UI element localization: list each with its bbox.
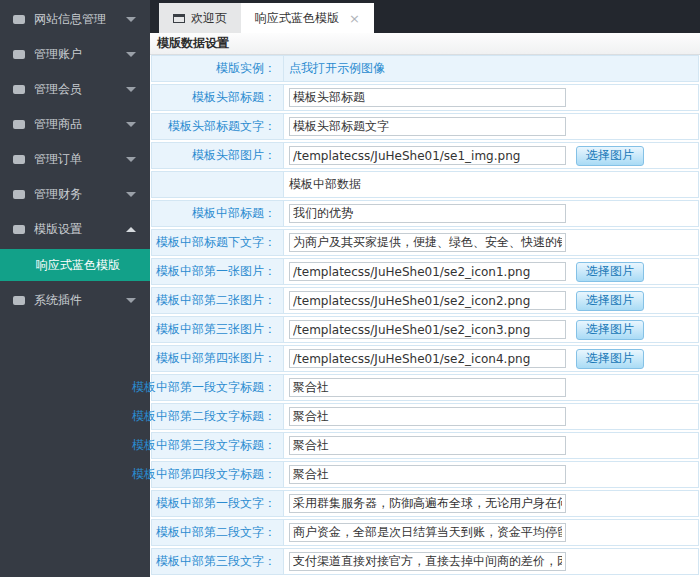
form-row: 模板中部第三段文字标题： [151, 432, 699, 459]
field-value-cell [284, 114, 698, 139]
field-input-5[interactable] [289, 204, 566, 223]
field-label: 模板中部第一段文字标题： [152, 375, 284, 400]
field-label: 模板中部标题： [152, 201, 284, 226]
field-input-3[interactable] [289, 146, 566, 165]
form-row: 模板中部第四张图片：选择图片 [151, 345, 699, 372]
comment-icon [13, 85, 25, 94]
form-row: 模板中部第一段文字： [151, 490, 699, 517]
comment-icon [13, 225, 25, 234]
form-row: 模板中部第三段文字： [151, 548, 699, 575]
form-row: 模板中部第二段文字标题： [151, 403, 699, 430]
field-input-6[interactable] [289, 233, 566, 252]
template-settings-form: 模版实例：点我打开示例图像模板头部标题：模板头部标题文字：模板头部图片：选择图片… [150, 55, 700, 577]
form-row: 模板中部第一段文字标题： [151, 374, 699, 401]
sidebar-item-label: 管理会员 [34, 81, 126, 98]
field-value-cell [284, 85, 698, 110]
close-icon[interactable]: × [349, 12, 360, 25]
field-value-cell [284, 462, 698, 487]
field-label: 模板中部第三段文字： [152, 549, 284, 574]
field-label: 模版实例： [152, 56, 284, 81]
field-label: 模板头部标题文字： [152, 114, 284, 139]
sidebar-item[interactable]: 管理会员 [0, 72, 150, 107]
field-value-cell [284, 375, 698, 400]
sidebar-item[interactable]: 网站信息管理 [0, 2, 150, 37]
sidebar-item[interactable]: 管理订单 [0, 142, 150, 177]
field-label: 模板头部标题： [152, 85, 284, 110]
comment-icon [13, 155, 25, 164]
open-example-image-link[interactable]: 点我打开示例图像 [289, 60, 385, 77]
sidebar-item[interactable]: 管理商品 [0, 107, 150, 142]
sidebar-item[interactable]: 管理账户 [0, 37, 150, 72]
sidebar-item-label: 管理商品 [34, 116, 126, 133]
field-input-17[interactable] [289, 552, 566, 571]
field-input-2[interactable] [289, 117, 566, 136]
field-input-8[interactable] [289, 291, 566, 310]
field-value-cell [284, 491, 698, 516]
tab-bar: 欢迎页 响应式蓝色模版 × [150, 0, 700, 33]
app-window: 网站信息管理管理账户管理会员管理商品管理订单管理财务模版设置响应式蓝色模版系统插… [0, 0, 700, 577]
field-label: 模板中部标题下文字： [152, 230, 284, 255]
field-input-14[interactable] [289, 465, 566, 484]
field-value-cell [284, 404, 698, 429]
sidebar-item[interactable]: 管理财务 [0, 177, 150, 212]
sidebar-item-label: 系统插件 [34, 292, 126, 309]
panel-title: 模版数据设置 [150, 33, 700, 55]
comment-icon [13, 15, 25, 24]
field-input-15[interactable] [289, 494, 566, 513]
choose-image-button[interactable]: 选择图片 [576, 146, 644, 166]
field-input-16[interactable] [289, 523, 566, 542]
sidebar-item[interactable]: 系统插件 [0, 283, 150, 318]
form-row: 模板中部第二张图片：选择图片 [151, 287, 699, 314]
choose-image-button[interactable]: 选择图片 [576, 291, 644, 311]
sidebar-item[interactable]: 模版设置 [0, 212, 150, 247]
field-label: 模板中部第二段文字： [152, 520, 284, 545]
chevron-down-icon [126, 17, 136, 22]
field-value-cell: 选择图片 [284, 259, 698, 284]
chevron-down-icon [126, 157, 136, 162]
sidebar-subitem-responsive-blue-template[interactable]: 响应式蓝色模版 [0, 249, 150, 281]
comment-icon [13, 190, 25, 199]
field-input-12[interactable] [289, 407, 566, 426]
field-value-cell: 模板中部数据 [284, 172, 698, 197]
choose-image-button[interactable]: 选择图片 [576, 349, 644, 369]
sidebar-item-label: 网站信息管理 [34, 11, 126, 28]
sidebar-item-label: 管理财务 [34, 186, 126, 203]
sidebar-nav: 网站信息管理管理账户管理会员管理商品管理订单管理财务模版设置响应式蓝色模版系统插… [0, 0, 150, 577]
field-label: 模板中部第二张图片： [152, 288, 284, 313]
form-row: 模版实例：点我打开示例图像 [151, 55, 699, 82]
field-label: 模板中部第三张图片： [152, 317, 284, 342]
form-row: 模板中部标题： [151, 200, 699, 227]
field-label: 模板中部第一段文字： [152, 491, 284, 516]
chevron-down-icon [126, 122, 136, 127]
field-input-10[interactable] [289, 349, 566, 368]
field-label: 模板中部第四段文字标题： [152, 462, 284, 487]
chevron-down-icon [126, 52, 136, 57]
comment-icon [13, 296, 25, 305]
field-value-cell [284, 549, 698, 574]
chevron-down-icon [126, 192, 136, 197]
field-input-1[interactable] [289, 88, 566, 107]
chevron-down-icon [126, 87, 136, 92]
field-value-cell [284, 230, 698, 255]
tab-responsive-blue-template[interactable]: 响应式蓝色模版 × [241, 3, 374, 33]
form-row: 模板中部标题下文字： [151, 229, 699, 256]
field-value-cell: 选择图片 [284, 346, 698, 371]
field-value-cell [284, 520, 698, 545]
choose-image-button[interactable]: 选择图片 [576, 262, 644, 282]
section-heading: 模板中部数据 [289, 176, 361, 193]
field-input-9[interactable] [289, 320, 566, 339]
field-input-13[interactable] [289, 436, 566, 455]
tab-welcome[interactable]: 欢迎页 [159, 3, 241, 33]
chevron-up-icon [126, 227, 136, 232]
field-input-7[interactable] [289, 262, 566, 281]
tab-welcome-label: 欢迎页 [191, 10, 227, 27]
form-row: 模板中部第二段文字： [151, 519, 699, 546]
field-value-cell [284, 201, 698, 226]
field-input-11[interactable] [289, 378, 566, 397]
sidebar-item-label: 管理订单 [34, 151, 126, 168]
choose-image-button[interactable]: 选择图片 [576, 320, 644, 340]
field-value-cell: 点我打开示例图像 [284, 56, 698, 81]
field-label: 模板中部第三段文字标题： [152, 433, 284, 458]
field-label: 模板中部第一张图片： [152, 259, 284, 284]
tab-template-label: 响应式蓝色模版 [255, 10, 339, 27]
